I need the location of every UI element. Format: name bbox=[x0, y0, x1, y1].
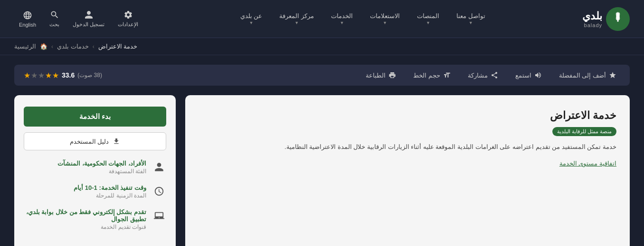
nav-item-knowledge[interactable]: مركز المعرفة ▼ bbox=[271, 8, 322, 30]
rating-count: (38 صوت) bbox=[77, 72, 102, 79]
rating-score: 33.6 bbox=[62, 71, 75, 79]
breadcrumb: خدمة الاعتراض › خدمات بلدي › 🏠 الرئيسية bbox=[0, 38, 644, 55]
nav-item-inquiries[interactable]: الاستعلامات ▼ bbox=[361, 8, 408, 30]
print-button[interactable]: الطباعة bbox=[362, 69, 400, 81]
channel-text: تقدم بشكل إلكتروني فقط من خلال بوابة بلد… bbox=[24, 208, 146, 230]
service-title: خدمة الاعتراض bbox=[199, 109, 616, 122]
chevron-down-icon: ▼ bbox=[340, 20, 344, 25]
monitor-icon bbox=[152, 208, 166, 223]
chevron-down-icon: ▼ bbox=[469, 20, 473, 25]
star-5: ★ bbox=[24, 71, 30, 80]
detail-duration: وقت تنفيذ الخدمة: 1-10 أيام المدة الزمني… bbox=[24, 184, 166, 199]
target-text: الأفراد، الجهات الحكومية، المنشآت الفئة … bbox=[24, 160, 146, 175]
font-size-button[interactable]: حجم الخط bbox=[409, 69, 455, 81]
detail-channel: تقدم بشكل إلكتروني فقط من خلال بوابة بلد… bbox=[24, 208, 166, 230]
person-icon bbox=[152, 160, 166, 174]
service-description: خدمة تمكن المستفيد من تقديم اعتراضه على … bbox=[199, 142, 616, 152]
star-1: ★ bbox=[52, 71, 59, 80]
chevron-down-icon: ▼ bbox=[383, 20, 387, 25]
logo-icon bbox=[606, 7, 630, 31]
main-content: خدمة الاعتراض منصة ممثل للرقابة البلدية … bbox=[0, 86, 644, 246]
listen-button[interactable]: استمع bbox=[511, 69, 546, 81]
navbar: بلدي balady تواصل معنا ▼ المنصات ▼ الاست… bbox=[0, 0, 644, 38]
breadcrumb-sep2: › bbox=[93, 43, 95, 50]
breadcrumb-sep1: › bbox=[51, 43, 53, 50]
login-icon-button[interactable]: تسجيل الدخول bbox=[68, 6, 109, 31]
platform-badge: منصة ممثل للرقابة البلدية bbox=[552, 127, 616, 136]
chevron-down-icon: ▼ bbox=[294, 20, 299, 25]
service-details-card: بدء الخدمة دليل المستخدم الأفراد، الجهات… bbox=[14, 95, 176, 246]
breadcrumb-level2[interactable]: خدمات بلدي bbox=[57, 43, 89, 50]
detail-target: الأفراد، الجهات الحكومية، المنشآت الفئة … bbox=[24, 160, 166, 175]
star-4: ★ bbox=[31, 71, 38, 80]
sla-link[interactable]: اتفاقية مستوى الخدمة bbox=[199, 160, 616, 167]
nav-item-platforms[interactable]: المنصات ▼ bbox=[408, 8, 448, 30]
search-icon-button[interactable]: بحث bbox=[45, 6, 64, 31]
clock-icon bbox=[152, 184, 166, 198]
logo-area: بلدي balady bbox=[582, 7, 630, 31]
duration-text: وقت تنفيذ الخدمة: 1-10 أيام المدة الزمني… bbox=[24, 184, 146, 199]
start-service-button[interactable]: بدء الخدمة bbox=[24, 107, 166, 127]
rating-area: (38 صوت) 33.6 ★ ★ ★ ★ ★ bbox=[24, 71, 102, 80]
star-2: ★ bbox=[45, 71, 52, 80]
service-info-card: خدمة الاعتراض منصة ممثل للرقابة البلدية … bbox=[185, 95, 630, 246]
nav-item-services[interactable]: الخدمات ▼ bbox=[322, 8, 361, 30]
nav-item-about[interactable]: عن بلدي ▼ bbox=[232, 8, 271, 30]
home-icon[interactable]: 🏠 bbox=[40, 43, 47, 50]
settings-icon-button[interactable]: الإعدادات bbox=[113, 6, 143, 31]
favorite-button[interactable]: أضف إلى المفضلة bbox=[555, 69, 620, 81]
breadcrumb-home[interactable]: الرئيسية bbox=[14, 43, 36, 50]
svg-rect-4 bbox=[617, 18, 618, 21]
language-icon-button[interactable]: English bbox=[14, 7, 41, 31]
user-manual-button[interactable]: دليل المستخدم bbox=[24, 132, 166, 150]
nav-item-tawasol[interactable]: تواصل معنا ▼ bbox=[448, 8, 494, 30]
chevron-down-icon: ▼ bbox=[426, 20, 430, 25]
logo-arabic-text: بلدي bbox=[582, 10, 602, 22]
toolbar-actions: أضف إلى المفضلة استمع مشاركة حجم الخط ال… bbox=[362, 69, 620, 81]
stars-display: ★ ★ ★ ★ ★ bbox=[24, 71, 59, 80]
share-button[interactable]: مشاركة bbox=[464, 69, 502, 81]
star-3: ★ bbox=[38, 71, 45, 80]
chevron-down-icon: ▼ bbox=[249, 20, 254, 25]
nav-menu: تواصل معنا ▼ المنصات ▼ الاستعلامات ▼ الخ… bbox=[232, 8, 494, 30]
navbar-icons: الإعدادات تسجيل الدخول بحث English bbox=[14, 6, 143, 31]
toolbar: أضف إلى المفضلة استمع مشاركة حجم الخط ال… bbox=[14, 65, 630, 86]
logo-latin-text: balady bbox=[582, 22, 602, 28]
breadcrumb-current: خدمة الاعتراض bbox=[98, 43, 138, 50]
